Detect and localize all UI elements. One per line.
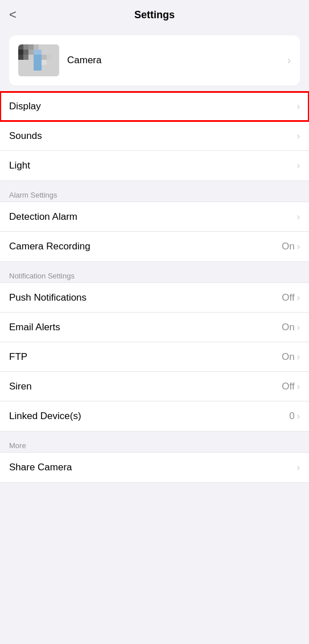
display-right: › [297,101,300,112]
ftp-row[interactable]: FTP On › [0,342,309,372]
svg-rect-8 [28,50,34,55]
camera-thumbnail [18,44,59,76]
alarm-separator-label: Alarm Settings [9,191,57,199]
svg-rect-10 [34,55,42,71]
svg-rect-5 [28,44,34,50]
camera-recording-label: Camera Recording [9,241,90,252]
camera-card-chevron: › [287,55,291,67]
more-separator-label: More [9,441,26,450]
svg-rect-9 [28,55,34,60]
svg-rect-1 [18,44,23,50]
email-alerts-chevron: › [297,322,300,333]
camera-name: Camera [67,55,101,66]
camera-card[interactable]: Camera › [9,35,300,85]
sounds-right: › [297,131,300,141]
email-alerts-label: Email Alerts [9,322,60,333]
siren-row[interactable]: Siren Off › [0,372,309,401]
linked-devices-label: Linked Device(s) [9,411,81,422]
svg-rect-2 [23,44,28,50]
detection-alarm-chevron: › [297,212,300,222]
push-notifications-row[interactable]: Push Notifications Off › [0,283,309,313]
share-camera-right: › [297,462,300,473]
back-button[interactable]: < [9,7,17,22]
push-notifications-chevron: › [297,293,300,303]
siren-label: Siren [9,381,32,392]
camera-recording-value: On [282,241,295,252]
email-alerts-right: On › [282,322,300,333]
sounds-label: Sounds [9,130,42,142]
share-camera-chevron: › [297,462,300,473]
more-separator: More [0,432,309,452]
svg-rect-15 [34,44,39,50]
sounds-row[interactable]: Sounds › [0,121,309,151]
light-row[interactable]: Light › [0,151,309,181]
push-notifications-label: Push Notifications [9,292,86,303]
detection-alarm-right: › [297,212,300,222]
detection-alarm-label: Detection Alarm [9,211,77,223]
svg-rect-12 [42,55,47,60]
display-chevron: › [297,101,300,112]
linked-devices-chevron: › [297,411,300,421]
alarm-separator: Alarm Settings [0,181,309,202]
svg-rect-7 [23,55,28,60]
email-alerts-row[interactable]: Email Alerts On › [0,313,309,342]
linked-devices-right: 0 › [289,411,300,422]
linked-devices-value: 0 [289,411,294,422]
svg-rect-4 [23,50,28,55]
display-label: Display [9,101,41,112]
svg-rect-14 [47,55,52,60]
basic-settings-group: Display › Sounds › Light › [0,91,309,181]
camera-recording-chevron: › [297,241,300,252]
siren-right: Off › [282,381,300,392]
push-notifications-value: Off [282,292,294,303]
more-settings-group: Share Camera › [0,452,309,483]
header: < Settings [0,0,309,30]
page-title: Settings [134,9,175,21]
alarm-settings-group: Detection Alarm › Camera Recording On › [0,202,309,262]
camera-recording-row[interactable]: Camera Recording On › [0,232,309,261]
light-label: Light [9,160,30,171]
siren-value: Off [282,381,294,392]
svg-rect-3 [18,50,23,55]
detection-alarm-row[interactable]: Detection Alarm › [0,202,309,232]
ftp-label: FTP [9,351,27,363]
email-alerts-value: On [282,322,295,333]
siren-chevron: › [297,382,300,392]
svg-rect-16 [39,44,44,50]
linked-devices-row[interactable]: Linked Device(s) 0 › [0,401,309,431]
camera-recording-right: On › [282,241,300,252]
camera-card-left: Camera [18,44,101,76]
share-camera-label: Share Camera [9,462,72,473]
sounds-chevron: › [297,131,300,141]
push-notifications-right: Off › [282,292,300,303]
ftp-value: On [282,351,295,363]
notification-separator: Notification Settings [0,262,309,282]
notification-separator-label: Notification Settings [9,272,75,280]
svg-rect-13 [42,60,47,65]
display-row[interactable]: Display › [0,92,309,121]
share-camera-row[interactable]: Share Camera › [0,453,309,482]
ftp-right: On › [282,351,300,363]
ftp-chevron: › [297,352,300,362]
svg-rect-11 [34,50,42,55]
light-right: › [297,161,300,171]
light-chevron: › [297,161,300,171]
camera-preview-image [18,44,59,76]
svg-rect-6 [18,55,23,60]
notification-settings-group: Push Notifications Off › Email Alerts On… [0,282,309,432]
